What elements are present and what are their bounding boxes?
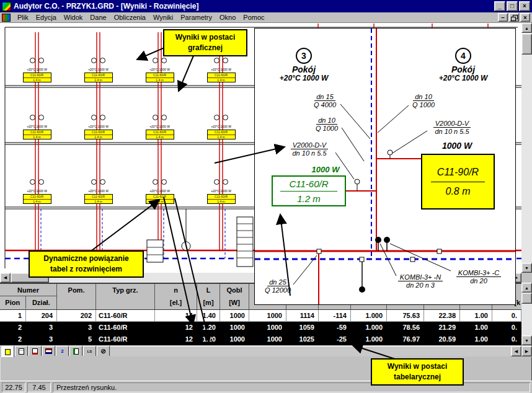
menu-item-wyniki[interactable]: Wyniki: [149, 13, 177, 22]
pipe-label-dn10-right: dn 10 Q 1000: [407, 93, 440, 108]
tab-1[interactable]: [1, 346, 14, 357]
valve-icon: [214, 115, 219, 120]
table-cell: 1.20: [197, 322, 220, 333]
drawing-scroll-down-button[interactable]: ▼: [521, 263, 532, 273]
header-pom[interactable]: Pom.: [57, 284, 96, 309]
menu-item-plik[interactable]: Plik: [14, 13, 32, 22]
valve-icon: [161, 58, 167, 63]
valve-icon: [214, 58, 219, 63]
radiator-box[interactable]: C11-60/R 1.4 m: [23, 130, 51, 139]
header-pion[interactable]: Pion: [0, 296, 26, 309]
menu-bar-items: PlikEdycjaWidokDaneObliczeniaWynikiParam…: [14, 13, 498, 22]
table-scroll-up-button[interactable]: ▲: [521, 283, 532, 293]
table-cell: 1.40: [197, 310, 220, 321]
minimize-button[interactable]: _: [494, 1, 505, 11]
menu-item-edycja[interactable]: Edycja: [32, 13, 60, 22]
radiator-length: 1.2 m: [273, 193, 345, 204]
radiator-box[interactable]: C11-60/R 1.4 m: [207, 73, 236, 82]
header-n[interactable]: n[el.]: [155, 284, 197, 309]
table-cell: C11-60/R: [96, 333, 155, 345]
header-typ[interactable]: Typ grz.: [96, 284, 155, 309]
ls-icon: LS: [87, 350, 92, 353]
radiator-type: C11-60/R: [146, 130, 174, 135]
table-row[interactable]: 1204202C11-60/R141.40100010001114-1141.0…: [0, 310, 521, 322]
header-numer[interactable]: Numer: [0, 284, 56, 296]
header-qobl[interactable]: Qobl[W]: [220, 284, 249, 309]
menu-bar: PlikEdycjaWidokDaneObliczeniaWynikiParam…: [0, 12, 532, 23]
tab-5[interactable]: 2: [56, 346, 69, 356]
table-row[interactable]: 233C11-60/R121.20100010001059-591.00078.…: [0, 322, 521, 333]
drawing-scroll-left-button[interactable]: ◀: [0, 273, 11, 283]
arrow-down-icon: ▼: [525, 338, 529, 343]
room-label: +20°C 1000 W: [88, 68, 109, 71]
valve-icon: [153, 115, 158, 120]
radiator-box[interactable]: C11-60/R 1.4 m: [84, 194, 113, 204]
document-icon[interactable]: [2, 14, 11, 22]
menu-item-pomoc[interactable]: Pomoc: [239, 13, 268, 22]
table-cell: -25: [319, 333, 351, 345]
tab-7[interactable]: LS: [83, 346, 96, 356]
close-button[interactable]: ×: [519, 1, 530, 11]
radiator-box[interactable]: C11-60/R 1.4 m: [146, 194, 174, 204]
tab-4[interactable]: [42, 346, 55, 356]
tab-3[interactable]: [29, 346, 42, 356]
radiator-box[interactable]: C11-60/R 1.4 m: [207, 130, 236, 139]
mdi-minimize-button[interactable]: –: [498, 13, 508, 22]
table-vscroll-thumb[interactable]: [521, 293, 532, 304]
menu-item-obliczenia[interactable]: Obliczenia: [110, 13, 149, 22]
mdi-restore-button[interactable]: [509, 13, 519, 22]
tabs-scroll-right-button[interactable]: ▶: [521, 346, 532, 356]
valve-icon: [100, 58, 105, 63]
radiator-box[interactable]: C11-60/R 1.4 m: [146, 130, 174, 139]
radiator-box[interactable]: C11-60/R 1.4 m: [207, 194, 236, 204]
radiator-box[interactable]: C11-60/R 1.4 m: [84, 130, 113, 139]
valve-icons: [153, 115, 167, 120]
radiator-unit: +20°C 1000 W C11-60/R 1.4 m: [6, 31, 68, 86]
radiator-box[interactable]: C11-60/R 1.4 m: [84, 73, 113, 82]
radiator-grid: +20°C 1000 W C11-60/R 1.4 m +20°C 1000 W…: [6, 31, 252, 207]
menu-item-widok[interactable]: Widok: [60, 13, 87, 22]
drawing-vscrollbar[interactable]: [521, 23, 532, 273]
menu-item-parametry[interactable]: Parametry: [177, 13, 216, 22]
radiator-length: 1.4 m: [24, 200, 51, 204]
tab-2[interactable]: [15, 346, 28, 356]
radiator-length: 1.4 m: [146, 78, 174, 82]
table-scroll-down-button[interactable]: ▼: [521, 335, 532, 345]
radiator-type: C11-60/R: [24, 130, 51, 135]
table-row[interactable]: 235C11-60/R121.20100010001025-251.00076.…: [0, 333, 521, 345]
tab-6[interactable]: [69, 346, 82, 356]
radiator-box[interactable]: C11-60/R 1.4 m: [146, 73, 174, 82]
menu-item-dane[interactable]: Dane: [86, 13, 110, 22]
valve-setting: dn 20: [450, 277, 508, 285]
tabs-scroll-left-button[interactable]: ◀: [511, 346, 521, 356]
radiator-type: C11-90/R: [422, 167, 494, 178]
drawing-scroll-up-button[interactable]: ▲: [521, 23, 532, 33]
table-cell: 12: [155, 333, 197, 345]
valve-type: V2000-D-V: [291, 141, 328, 149]
cursor-x-value: 22.75: [2, 382, 25, 392]
header-l[interactable]: L[m]: [197, 284, 220, 309]
power-label-left: 1000 W: [307, 165, 344, 174]
valve-icons: [153, 179, 167, 185]
app-icon[interactable]: [2, 2, 11, 11]
radiator-type: C11-60/R: [85, 73, 112, 78]
mdi-window-controls: – ×: [498, 13, 530, 22]
room-label: +20°C 1000 W: [27, 68, 47, 71]
callout-graphical: Wyniki w postaci graficznej: [163, 29, 247, 56]
valve-icons: [214, 179, 228, 185]
valve-icons: [214, 115, 228, 120]
radiator-unit: +20°C 1000 W C11-60/R 1.4 m: [190, 143, 252, 207]
menu-item-okno[interactable]: Okno: [216, 13, 239, 22]
radiator-box[interactable]: C11-60/R 1.4 m: [23, 194, 51, 204]
mdi-close-button[interactable]: ×: [520, 13, 530, 22]
drawing-vscroll-thumb[interactable]: [521, 33, 532, 55]
radiator-card-left[interactable]: C11-60/R 1.2 m: [272, 175, 346, 206]
tab-8[interactable]: ⊘: [97, 346, 110, 356]
valve-icons: [30, 179, 44, 185]
header-dzial[interactable]: Dział.: [26, 296, 56, 309]
table-cell: 1.20: [197, 333, 220, 345]
radiator-box[interactable]: C11-60/R 1.4 m: [23, 73, 51, 82]
table-cell: 1.00: [460, 310, 492, 321]
radiator-card-right[interactable]: C11-90/R 0.8 m: [421, 154, 495, 210]
maximize-button[interactable]: □: [507, 1, 518, 11]
